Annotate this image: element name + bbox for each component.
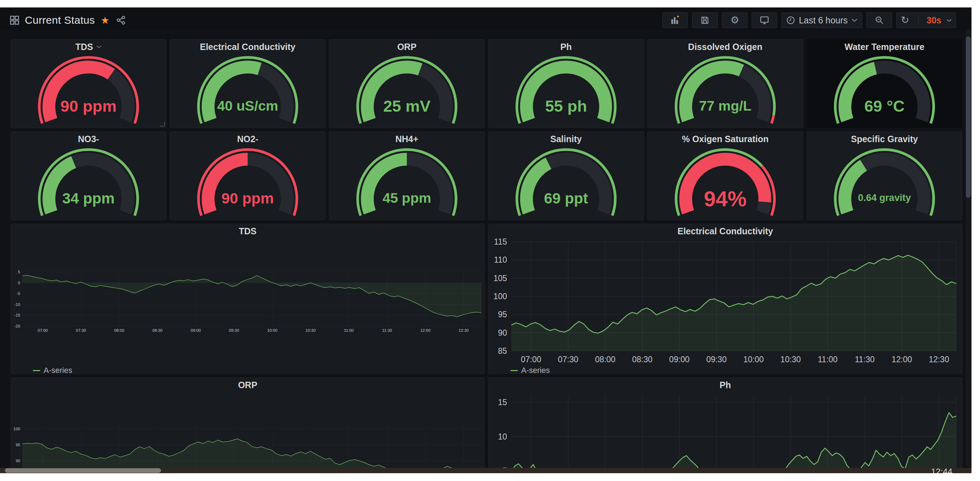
- x-axis-tick-label: 07:00: [521, 355, 541, 364]
- gauge: 90 ppm: [11, 54, 166, 128]
- x-axis-tick-label: 07:30: [558, 355, 579, 364]
- horizontal-scrollbar-thumb[interactable]: [5, 468, 161, 473]
- chevron-down-icon[interactable]: [946, 18, 952, 22]
- panel-title[interactable]: NO2-: [170, 132, 325, 146]
- gauge-value: 45 ppm: [383, 190, 431, 206]
- time-series-plot[interactable]: 11511010510095908507:0007:3008:0008:3009…: [488, 238, 962, 365]
- gauge: 25 mV: [329, 54, 484, 128]
- x-axis-tick-label: 11:00: [344, 328, 354, 332]
- legend-item[interactable]: A-series: [33, 365, 484, 374]
- refresh-interval-label[interactable]: 30s: [924, 15, 943, 25]
- panel-title[interactable]: ORP: [329, 40, 484, 54]
- gauge-panel-NO2-: NO2-90 ppm: [170, 132, 326, 220]
- tv-mode-button[interactable]: [752, 13, 777, 28]
- panel-title[interactable]: Electrical Conductivity: [488, 224, 962, 238]
- time-series-plot[interactable]: 50-5-10-15-2007:0007:3008:0008:3009:0009…: [11, 238, 484, 365]
- gauge: 45 ppm: [329, 146, 484, 220]
- x-axis-tick-label: 11:00: [818, 355, 838, 364]
- gauge: 77 mg/L: [648, 54, 803, 128]
- gauge-panel-TDS: TDS90 ppm: [11, 39, 166, 128]
- gauge-arc: 90 ppm: [11, 55, 166, 125]
- vertical-scrollbar[interactable]: [966, 29, 971, 467]
- y-axis-tick-label: -5: [17, 291, 20, 295]
- dashboard-settings-button[interactable]: ⚙: [722, 13, 748, 28]
- x-axis-tick-label: 10:30: [305, 328, 316, 332]
- gauge-arc: 0.64 gravity: [807, 148, 962, 217]
- panel-title[interactable]: NH4+: [329, 132, 484, 146]
- y-axis-tick-label: -10: [14, 302, 20, 306]
- panel-title[interactable]: NO3-: [11, 132, 166, 146]
- y-axis-tick-label: 110: [494, 255, 507, 264]
- panel-title-text: Specific Gravity: [851, 134, 918, 144]
- page-title[interactable]: Current Status: [25, 14, 95, 26]
- chart-panel-ORP: ORP10095908507:0007:3008:0008:3009:0009:…: [11, 378, 485, 473]
- panel-title[interactable]: Ph: [488, 40, 644, 54]
- zoom-out-button[interactable]: [867, 13, 892, 28]
- panel-resize-handle[interactable]: [160, 122, 165, 127]
- add-panel-button[interactable]: [662, 13, 688, 28]
- refresh-icon[interactable]: ↻: [897, 15, 913, 25]
- panel-title[interactable]: Salinity: [488, 132, 644, 146]
- x-axis-tick-label: 08:30: [153, 328, 163, 332]
- time-series-plot[interactable]: 10095908507:0007:3008:0008:3009:0009:301…: [11, 392, 484, 473]
- chart-row-1: TDS50-5-10-15-2007:0007:3008:0008:3009:0…: [11, 224, 962, 374]
- panel-title[interactable]: Ph: [488, 378, 962, 392]
- save-icon: [700, 16, 710, 25]
- dashboard-grid-icon[interactable]: [9, 15, 20, 25]
- gauge-panel-Electrical Conductivity: Electrical Conductivity40 uS/cm: [170, 39, 326, 128]
- gauge-row-1: TDS90 ppmElectrical Conductivity40 uS/cm…: [11, 39, 962, 128]
- time-range-picker[interactable]: Last 6 hours: [781, 13, 862, 28]
- share-icon[interactable]: [116, 15, 126, 25]
- legend-item[interactable]: A-series: [511, 365, 962, 374]
- zoom-out-icon: [875, 16, 884, 25]
- x-axis-tick-label: 10:00: [743, 355, 764, 364]
- gauge-arc: 90 ppm: [170, 148, 325, 217]
- refresh-button-group[interactable]: ↻ 30s: [896, 13, 956, 28]
- x-axis-tick-label: 09:00: [191, 328, 201, 332]
- x-axis-tick-label: 12:30: [458, 328, 469, 332]
- gauge-value: 34 ppm: [62, 190, 115, 206]
- legend-series-swatch: [33, 370, 40, 371]
- y-axis-tick-label: 10: [498, 432, 507, 441]
- gauge-row-2: NO3-34 ppmNO2-90 ppmNH4+45 ppmSalinity69…: [11, 132, 962, 220]
- x-axis-tick-label: 12:00: [420, 328, 430, 332]
- gauge: 90 ppm: [170, 146, 325, 220]
- panel-title[interactable]: % Oxigen Saturation: [648, 132, 803, 146]
- tv-mode-icon: [759, 15, 769, 25]
- time-series-plot[interactable]: 1510507:0007:3008:0008:3009:0009:3010:00…: [488, 392, 962, 473]
- panel-menu-chevron-icon[interactable]: [96, 45, 102, 49]
- panel-title-text: ORP: [397, 42, 416, 52]
- x-axis-tick-label: 10:30: [780, 355, 801, 364]
- star-icon[interactable]: ★: [101, 14, 110, 26]
- save-dashboard-button[interactable]: [692, 13, 718, 28]
- x-axis-tick-label: 12:30: [929, 355, 949, 364]
- panel-title[interactable]: TDS: [11, 224, 484, 238]
- horizontal-scrollbar[interactable]: [0, 468, 972, 473]
- panel-title-text: NH4+: [395, 134, 418, 144]
- gauge-panel-NO3-: NO3-34 ppm: [11, 132, 166, 220]
- time-range-label: Last 6 hours: [799, 15, 848, 25]
- gauge-panel-% Oxigen Saturation: % Oxigen Saturation94%: [648, 132, 803, 220]
- gauge-panel-Ph: Ph55 ph: [488, 39, 644, 128]
- gauge-value: 25 mV: [383, 97, 430, 115]
- chevron-down-icon: [851, 18, 858, 22]
- panel-title[interactable]: Dissolved Oxigen: [648, 40, 803, 54]
- x-axis-tick-label: 08:30: [632, 355, 653, 364]
- x-axis-tick-label: 08:00: [595, 355, 616, 364]
- gauge-value: 90 ppm: [60, 97, 116, 115]
- panel-title[interactable]: TDS: [11, 40, 166, 54]
- panel-title[interactable]: Electrical Conductivity: [170, 40, 325, 54]
- panel-title[interactable]: Specific Gravity: [807, 132, 962, 146]
- gauge: 34 ppm: [11, 146, 166, 220]
- gear-icon: ⚙: [730, 15, 739, 25]
- panel-title[interactable]: ORP: [11, 378, 484, 392]
- y-axis-tick-label: -15: [14, 313, 20, 317]
- x-axis-tick-label: 09:30: [229, 328, 239, 332]
- panel-title-text: Dissolved Oxigen: [688, 42, 763, 52]
- panel-title[interactable]: Water Temperature: [807, 40, 962, 54]
- chart-panel-Electrical Conductivity: Electrical Conductivity11511010510095908…: [488, 224, 962, 374]
- vertical-scrollbar-thumb[interactable]: [966, 37, 971, 198]
- gauge-arc: 34 ppm: [11, 148, 166, 217]
- x-axis-tick-label: 07:00: [38, 328, 48, 332]
- x-axis-tick-label: 10:00: [267, 328, 278, 332]
